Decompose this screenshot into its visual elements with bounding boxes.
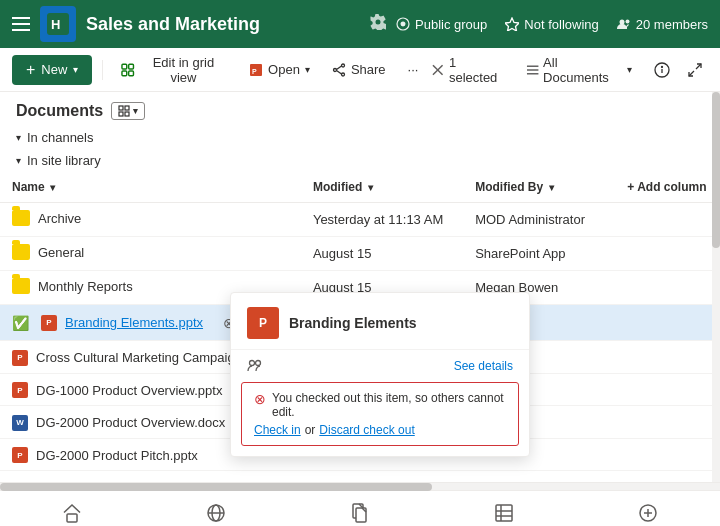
nav-files[interactable] [330, 491, 390, 527]
svg-rect-39 [496, 505, 512, 521]
in-channels-label: In channels [27, 130, 94, 145]
nav-right: Public group Not following 20 members [396, 17, 708, 32]
extra-cell [615, 203, 720, 237]
documents-header: Documents ▾ [0, 92, 720, 126]
modified-by-column-header[interactable]: Modified By ▾ [463, 172, 615, 203]
extra-cell [615, 438, 720, 471]
settings-icon[interactable] [370, 14, 386, 34]
file-name[interactable]: DG-2000 Product Overview.docx [36, 415, 225, 430]
expand-icon [688, 63, 702, 77]
hamburger-menu[interactable] [12, 17, 30, 31]
table-row[interactable]: GeneralAugust 15SharePoint App [0, 237, 720, 271]
modified-cell: Yesterday at 11:13 AM [301, 203, 463, 237]
name-column-header[interactable]: Name ▾ [0, 172, 301, 203]
checkout-warning: ⊗ You checked out this item, so others c… [241, 382, 519, 446]
edit-grid-button[interactable]: Edit in grid view [113, 50, 235, 90]
nav-web[interactable] [186, 491, 246, 527]
add-column-header[interactable]: + Add column [615, 172, 720, 203]
extra-cell [615, 271, 720, 305]
modified-cell: August 15 [301, 237, 463, 271]
docx-icon: W [12, 415, 28, 431]
checkin-link[interactable]: Check in [254, 423, 301, 437]
files-icon [349, 502, 371, 524]
folder-icon [12, 210, 30, 226]
file-name[interactable]: DG-1000 Product Overview.pptx [36, 383, 222, 398]
popup-pptx-icon: P [247, 307, 279, 339]
svg-rect-33 [67, 514, 77, 522]
or-separator: or [305, 423, 316, 437]
table-row[interactable]: ArchiveYesterday at 11:13 AMMOD Administ… [0, 203, 720, 237]
horizontal-scrollbar[interactable] [0, 482, 720, 490]
content-area: Documents ▾ ▾ In channels ▾ In site libr… [0, 92, 720, 482]
members-pill[interactable]: 20 members [617, 17, 708, 32]
nav-add[interactable] [618, 491, 678, 527]
add-icon [637, 502, 659, 524]
list-icon [526, 63, 539, 77]
vertical-scrollbar[interactable] [712, 92, 720, 482]
view-chevron-icon: ▾ [133, 106, 138, 116]
svg-rect-7 [129, 64, 134, 69]
info-button[interactable] [648, 56, 675, 84]
share-icon [332, 63, 346, 77]
svg-line-15 [336, 70, 341, 74]
open-chevron-icon: ▾ [305, 64, 310, 75]
top-navigation: H Sales and Marketing Public group Not f… [0, 0, 720, 48]
open-button[interactable]: P Open ▾ [241, 57, 318, 82]
in-site-library-section[interactable]: ▾ In site library [0, 149, 720, 172]
share-details-icon [247, 358, 263, 374]
table-header-row: Name ▾ Modified ▾ Modified By ▾ + Add co… [0, 172, 720, 203]
share-label: Share [351, 62, 386, 77]
svg-rect-28 [125, 106, 129, 110]
more-button[interactable]: ··· [400, 57, 427, 82]
svg-text:P: P [252, 68, 257, 75]
warning-icon: ⊗ [254, 391, 266, 407]
svg-line-25 [696, 64, 701, 69]
toolbar: + New ▾ Edit in grid view P Open ▾ Share… [0, 48, 720, 92]
pptx-icon: P [12, 350, 28, 366]
public-group-pill[interactable]: Public group [396, 17, 487, 32]
svg-marker-3 [505, 18, 519, 31]
share-button[interactable]: Share [324, 57, 394, 82]
view-icon [118, 105, 130, 117]
in-channels-section[interactable]: ▾ In channels [0, 126, 720, 149]
file-name[interactable]: DG-2000 Product Pitch.pptx [36, 448, 198, 463]
file-name[interactable]: Branding Elements.pptx [65, 315, 203, 330]
following-label: Not following [524, 17, 598, 32]
all-documents-button[interactable]: All Documents ▾ [520, 51, 638, 89]
all-docs-chevron-icon: ▾ [627, 64, 632, 75]
extra-cell [615, 406, 720, 439]
modified-column-header[interactable]: Modified ▾ [301, 172, 463, 203]
nav-home[interactable] [42, 491, 102, 527]
site-title: Sales and Marketing [86, 14, 360, 35]
selected-label: 1 selected [449, 55, 506, 85]
file-name[interactable]: Monthly Reports [38, 279, 133, 294]
new-button[interactable]: + New ▾ [12, 55, 92, 85]
checkout-message: You checked out this item, so others can… [272, 391, 506, 419]
see-details-link[interactable]: See details [454, 359, 513, 373]
lists-icon [493, 502, 515, 524]
expand-button[interactable] [681, 56, 708, 84]
view-toggle-button[interactable]: ▾ [111, 102, 145, 120]
discard-checkout-link[interactable]: Discard check out [319, 423, 414, 437]
open-label: Open [268, 62, 300, 77]
following-pill[interactable]: Not following [505, 17, 598, 32]
public-group-label: Public group [415, 17, 487, 32]
svg-text:H: H [51, 17, 60, 32]
popup-header: P Branding Elements [231, 293, 529, 350]
home-icon [61, 502, 83, 524]
nav-lists[interactable] [474, 491, 534, 527]
svg-line-16 [336, 66, 341, 70]
svg-point-14 [333, 68, 336, 71]
close-icon[interactable] [432, 64, 444, 76]
folder-icon [12, 244, 30, 260]
svg-point-12 [341, 64, 344, 67]
scrollbar-thumb [712, 92, 720, 248]
svg-point-4 [619, 20, 624, 25]
toolbar-divider-1 [102, 60, 103, 80]
members-label: 20 members [636, 17, 708, 32]
grid-icon [121, 63, 134, 77]
file-name[interactable]: General [38, 245, 84, 260]
file-name[interactable]: Archive [38, 211, 81, 226]
open-icon: P [249, 63, 263, 77]
pptx-icon: P [12, 382, 28, 398]
